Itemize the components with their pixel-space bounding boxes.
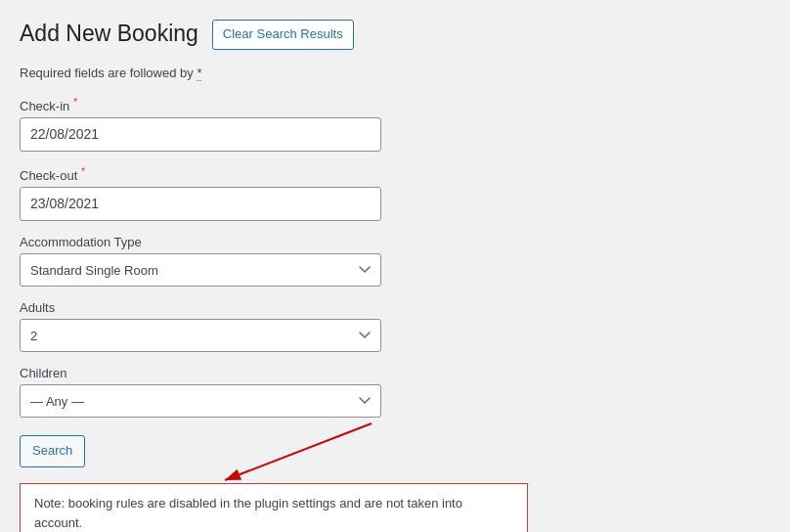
- accommodation-label: Accommodation Type: [20, 235, 770, 249]
- children-label: Children: [20, 366, 770, 380]
- header-row: Add New Booking Clear Search Results: [20, 20, 770, 50]
- adults-label: Adults: [20, 300, 770, 315]
- page-container: Add New Booking Clear Search Results Req…: [0, 0, 790, 532]
- page-title: Add New Booking: [20, 20, 198, 49]
- svg-line-1: [225, 423, 372, 480]
- checkout-required-marker: *: [81, 165, 85, 177]
- note-text: Note: booking rules are disabled in the …: [34, 496, 462, 530]
- checkin-required-marker: *: [73, 96, 77, 108]
- arrow-icon: [196, 414, 391, 492]
- search-button[interactable]: Search: [20, 435, 85, 467]
- checkin-label: Check-in *: [20, 96, 770, 113]
- note-box: Note: booking rules are disabled in the …: [20, 483, 528, 532]
- checkin-group: Check-in *: [20, 96, 770, 152]
- checkout-label: Check-out *: [20, 165, 770, 183]
- children-group: Children — Any — 0 1 2 3: [20, 366, 770, 418]
- adults-group: Adults 1 2 3 4 5: [20, 300, 770, 352]
- adults-select[interactable]: 1 2 3 4 5: [20, 319, 381, 352]
- checkin-input[interactable]: [20, 117, 381, 152]
- checkout-input[interactable]: [20, 187, 381, 221]
- accommodation-select[interactable]: Standard Single Room Standard Double Roo…: [20, 253, 381, 287]
- accommodation-group: Accommodation Type Standard Single Room …: [20, 235, 770, 287]
- checkout-group: Check-out *: [20, 165, 770, 221]
- required-asterisk: *: [197, 66, 201, 81]
- required-note: Required fields are followed by *: [20, 66, 770, 80]
- children-select[interactable]: — Any — 0 1 2 3: [20, 384, 381, 418]
- clear-search-button[interactable]: Clear Search Results: [212, 20, 354, 50]
